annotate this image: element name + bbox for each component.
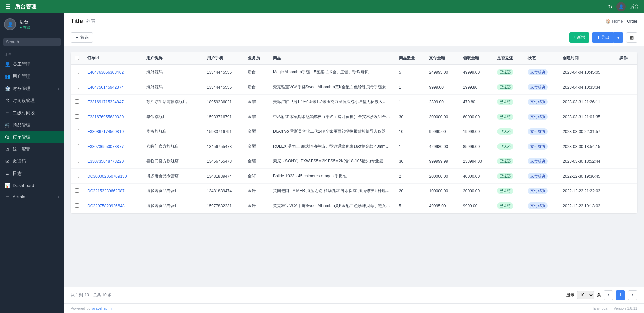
sidebar-item-second-timeslot[interactable]: ≡ 二级时间段 (0, 107, 64, 119)
page-size-select[interactable]: 10 20 50 100 (577, 291, 594, 299)
chevron-down-icon: › (58, 87, 59, 91)
cell-returned: 已返还 (493, 169, 523, 184)
sidebar-item-admin[interactable]: ☰ Admin › (0, 191, 64, 202)
cell-action: ⋮ (615, 124, 637, 139)
row-checkbox-cell (71, 109, 83, 124)
cell-created: 2023-03-31 21:26:11 (558, 95, 615, 109)
row-checkbox[interactable] (75, 99, 79, 104)
col-order-id: 订单id (83, 52, 142, 65)
row-action-button[interactable]: ⋮ (619, 143, 629, 150)
row-checkbox-cell (71, 139, 83, 154)
export-button-group: ⬆ 导出 ▼ (592, 32, 623, 43)
laravel-admin-link[interactable]: laravel-admin (91, 306, 113, 310)
unified-config-icon: 🖥 (5, 147, 10, 152)
cell-action: ⋮ (615, 109, 637, 124)
row-checkbox[interactable] (75, 144, 79, 148)
cell-returned: 已返还 (493, 80, 523, 95)
row-checkbox[interactable] (75, 174, 79, 178)
row-checkbox[interactable] (75, 159, 79, 163)
cell-created: 2023-04-04 10:33:34 (558, 80, 615, 95)
pagination-info: 从 1 到 10，总共 10 条 (71, 292, 112, 298)
sidebar-item-logs[interactable]: ≡ 日志 (0, 167, 64, 180)
row-checkbox[interactable] (75, 85, 79, 89)
version-label: Version 1.8.11 (614, 306, 637, 310)
sidebar-item-finance[interactable]: 🏦 财务管理 › (0, 83, 64, 95)
row-checkbox[interactable] (75, 188, 79, 193)
row-action-button[interactable]: ⋮ (619, 68, 629, 76)
page-footer: Powered by laravel-admin Env local Versi… (64, 303, 644, 313)
row-action-button[interactable]: ⋮ (619, 83, 629, 91)
row-checkbox[interactable] (75, 129, 79, 133)
sidebar-status: 在线 (20, 25, 30, 30)
cell-quantity: 20 (395, 184, 425, 198)
row-action-button[interactable]: ⋮ (619, 172, 629, 180)
cell-created: 2023-03-31 21:01:35 (558, 109, 615, 124)
page-1-button[interactable]: 1 (616, 290, 625, 300)
row-checkbox-cell (71, 95, 83, 109)
sidebar-item-unified-config[interactable]: 🖥 统一配置 (0, 143, 64, 155)
cell-product: 梵克雅宝VCA手链Sweet Alhambra黄K金配白色珍珠贝母手链女士四叶草… (269, 198, 395, 213)
breadcrumb-home[interactable]: Home (612, 19, 623, 24)
columns-button[interactable]: ▦ (626, 32, 637, 43)
cell-phone: 13456755478 (203, 154, 244, 169)
cell-action: ⋮ (615, 154, 637, 169)
prev-page-button[interactable]: ‹ (604, 290, 613, 300)
table-row: DC22075820926648 博多奢食品专营店 15977832231 金轩… (71, 198, 637, 213)
export-arrow-icon: ▼ (616, 35, 620, 40)
cell-agent: 金轩 (244, 169, 269, 184)
row-action-button[interactable]: ⋮ (619, 98, 629, 106)
row-action-button[interactable]: ⋮ (619, 202, 629, 210)
row-checkbox-cell (71, 154, 83, 169)
cell-quantity: 10 (395, 124, 425, 139)
select-all-checkbox[interactable] (75, 56, 79, 60)
cell-returned: 已返还 (493, 154, 523, 169)
sidebar-item-dashboard[interactable]: 📊 Dashboard (0, 180, 64, 191)
sidebar-search-container (0, 35, 64, 49)
cell-amount: 300000.00 (425, 109, 459, 124)
cell-amount: 49995.00 (425, 198, 459, 213)
sidebar-item-timeslot[interactable]: ⏱ 时间段管理 (0, 95, 64, 107)
row-checkbox[interactable] (75, 203, 79, 208)
cell-returned: 已返还 (493, 198, 523, 213)
filter-icon: ▼ (75, 35, 79, 40)
export-dropdown-button[interactable]: ▼ (613, 32, 623, 43)
col-status: 状态 (523, 52, 559, 65)
table-row: DC300002050769130 博多奢食品专营店 13481839474 金… (71, 169, 637, 184)
table-row: E331691715324847 苏泊尔生活電器旗舰店 18959236021 … (71, 95, 637, 109)
cell-order-id: DC22075820926648 (83, 198, 142, 213)
sidebar-search-input[interactable] (3, 38, 61, 46)
finance-icon: 🏦 (5, 86, 10, 91)
filter-button[interactable]: ▼ 筛选 (71, 32, 93, 43)
new-button[interactable]: + 新增 (569, 32, 589, 43)
cell-amount: 200000.00 (425, 169, 459, 184)
sidebar-item-staff[interactable]: 👤 员工管理 (0, 58, 64, 70)
sidebar-user-info: 后台 在线 (20, 19, 30, 30)
row-action-button[interactable]: ⋮ (619, 157, 629, 165)
cell-returned: 已返还 (493, 139, 523, 154)
next-page-button[interactable]: › (628, 290, 637, 300)
row-checkbox[interactable] (75, 70, 79, 74)
export-button[interactable]: ⬆ 导出 (592, 32, 613, 43)
row-checkbox[interactable] (75, 114, 79, 119)
table-row: E330867174560810 华帝旗舰店 15933716791 金耀 Dr… (71, 124, 637, 139)
cell-agent: 后台 (244, 80, 269, 95)
hamburger-icon[interactable]: ☰ (5, 3, 11, 10)
cell-phone: 13344445555 (203, 80, 244, 95)
row-action-button[interactable]: ⋮ (619, 128, 629, 135)
sidebar-item-finance-label: 财务管理 (13, 86, 30, 92)
sidebar-item-invite-code[interactable]: ✉ 邀请码 (0, 155, 64, 167)
row-action-button[interactable]: ⋮ (619, 187, 629, 195)
sidebar-item-users[interactable]: 👥 用户管理 (0, 70, 64, 83)
admin-chevron-icon: › (58, 195, 59, 199)
toolbar-left: ▼ 筛选 (71, 32, 93, 43)
sidebar-item-unified-config-label: 统一配置 (13, 146, 30, 152)
refresh-icon[interactable]: ↻ (608, 4, 612, 10)
cell-nickname: 博多奢食品专营店 (142, 169, 203, 184)
cell-status: 支付成功 (523, 154, 559, 169)
col-created: 创建时间 (558, 52, 615, 65)
sidebar-item-orders[interactable]: 🛍 订单管理 (0, 131, 64, 143)
row-action-button[interactable]: ⋮ (619, 113, 629, 121)
cell-claim: 60000.00 (459, 109, 493, 124)
main-layout: 👤 后台 在线 菜单 👤 员工管理 👥 用户管理 🏦 财务管理 › ⏱ 时间段管… (0, 13, 644, 313)
sidebar-item-products[interactable]: 🛒 商品管理 (0, 119, 64, 131)
